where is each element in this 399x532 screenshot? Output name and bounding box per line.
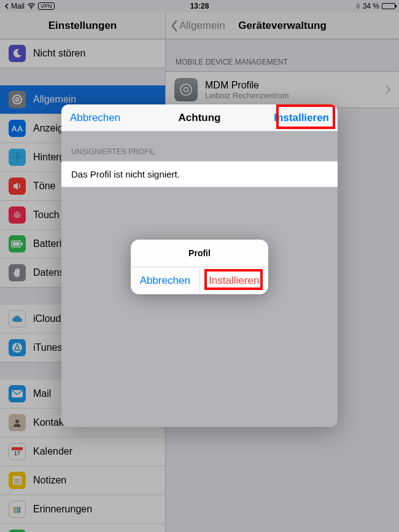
svg-point-31	[184, 88, 188, 92]
svg-point-6	[12, 156, 15, 159]
sheet-title: Achtung	[179, 112, 221, 124]
sheet-cancel-button[interactable]: Abbrechen	[61, 104, 129, 131]
sidebar-item-reminders[interactable]: Erinnerungen	[0, 495, 165, 524]
svg-point-0	[31, 8, 32, 9]
sidebar-item-label: iCloud	[33, 313, 61, 324]
action-cancel-button[interactable]: Abbrechen	[131, 267, 200, 294]
profile-title: MDM Profile	[205, 80, 378, 91]
mdm-profile-cell[interactable]: MDM Profile Leibniz Rechenzentrum	[166, 71, 399, 108]
bluetooth-icon	[355, 2, 360, 10]
detail-title: Geräteverwaltung	[238, 20, 327, 32]
svg-rect-10	[13, 242, 20, 246]
annotation-highlight-1	[276, 104, 335, 129]
notes-icon	[9, 472, 26, 489]
status-bar: Mail VPN 13:28 34 %	[0, 0, 399, 12]
vpn-indicator: VPN	[38, 2, 55, 10]
gear-icon	[9, 91, 26, 108]
profile-subtitle: Leibniz Rechenzentrum	[205, 91, 378, 100]
sidebar-item-label: Mail	[33, 388, 51, 399]
fingerprint-icon	[9, 206, 26, 224]
status-time: 13:28	[190, 2, 209, 10]
chevron-right-icon	[385, 85, 390, 94]
annotation-highlight-2	[204, 269, 263, 290]
svg-point-2	[16, 98, 19, 101]
sidebar-item-label: Kalender	[33, 446, 72, 457]
svg-point-30	[180, 84, 192, 95]
moon-icon	[9, 45, 26, 62]
sidebar-title: Einstellungen	[0, 12, 165, 39]
sidebar-item-calendar[interactable]: 17Kalender	[0, 437, 165, 466]
mail-icon	[9, 385, 26, 402]
svg-point-13	[15, 420, 19, 423]
battery-icon	[9, 235, 26, 252]
unsigned-section-header: UNSIGNIERTES PROFIL	[61, 131, 338, 161]
battery-percent: 34 %	[363, 2, 379, 10]
speaker-icon	[9, 178, 26, 195]
flower-icon	[9, 149, 26, 166]
reminders-icon	[9, 501, 26, 518]
svg-point-1	[13, 95, 21, 104]
svg-point-7	[20, 156, 23, 159]
sidebar-item-label: Nicht stören	[33, 48, 85, 59]
sidebar-item-messages[interactable]: Nachrichten	[0, 524, 165, 532]
messages-icon	[9, 530, 26, 532]
wifi-icon	[27, 3, 36, 9]
unsigned-message: Das Profil ist nicht signiert.	[61, 161, 338, 187]
gear-badge-icon	[174, 78, 198, 101]
svg-rect-17	[13, 476, 21, 485]
back-label: Allgemein	[179, 20, 225, 32]
hand-icon	[9, 264, 26, 281]
action-sheet-title: Profil	[131, 240, 268, 267]
back-to-app-label: Mail	[11, 2, 25, 10]
mdm-section-header: MOBILE DEVICE MANAGEMENT	[166, 39, 399, 71]
svg-point-3	[15, 155, 19, 159]
cloud-icon	[9, 310, 26, 327]
chevron-left-icon	[171, 20, 178, 32]
aa-icon: AA	[9, 120, 26, 137]
sidebar-item-label: Erinnerungen	[33, 504, 92, 515]
appstore-icon	[9, 339, 26, 356]
svg-point-5	[16, 160, 19, 163]
calendar-icon: 17	[9, 443, 26, 460]
sidebar-item-label: Töne	[33, 181, 55, 192]
back-to-app[interactable]: Mail	[4, 2, 25, 10]
svg-rect-9	[21, 243, 23, 245]
contacts-icon	[9, 414, 26, 431]
svg-point-4	[16, 152, 19, 155]
sidebar-item-notes[interactable]: Notizen	[0, 466, 165, 495]
svg-text:17: 17	[14, 450, 20, 456]
battery-icon	[382, 3, 395, 9]
sidebar-item-moon[interactable]: Nicht stören	[0, 39, 165, 68]
back-button[interactable]: Allgemein	[171, 20, 225, 32]
sidebar-item-label: Notizen	[33, 475, 66, 486]
sidebar-item-label: Allgemein	[33, 94, 76, 105]
